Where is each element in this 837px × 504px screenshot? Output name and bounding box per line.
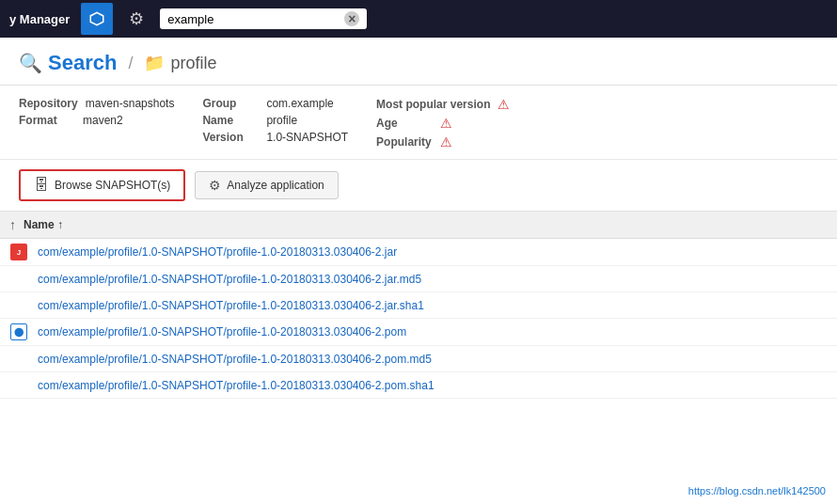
popular-version-label: Most popular version: [376, 98, 490, 111]
home-icon-box[interactable]: [81, 3, 113, 35]
watermark-text: https://blog.csdn.net/lk142500: [688, 485, 826, 496]
info-row-version: Version 1.0-SNAPSHOT: [202, 131, 348, 144]
group-label: Group: [202, 97, 259, 110]
pom-file-icon: ⬤: [9, 323, 28, 340]
repository-label: Repository: [19, 97, 78, 110]
table-header: ↑ Name ↑: [0, 212, 837, 239]
name-column-header: Name ↑: [24, 218, 63, 231]
folder-breadcrumb: 📁 profile: [144, 53, 216, 73]
format-value: maven2: [83, 114, 123, 127]
name-value: profile: [266, 114, 297, 127]
info-section: Repository maven-snapshots Format maven2…: [0, 86, 837, 160]
age-label: Age: [376, 117, 433, 130]
table-row[interactable]: ⬤ com/example/profile/1.0-SNAPSHOT/profi…: [0, 319, 837, 346]
file-path[interactable]: com/example/profile/1.0-SNAPSHOT/profile…: [38, 245, 397, 259]
analyze-gear-icon: ⚙: [209, 178, 221, 193]
info-col-1: Repository maven-snapshots Format maven2: [19, 97, 174, 150]
jar-file-icon: J: [9, 244, 28, 260]
info-col-2: Group com.example Name profile Version 1…: [202, 97, 348, 150]
search-magnifier-icon: 🔍: [19, 52, 42, 74]
watermark: https://blog.csdn.net/lk142500: [688, 485, 826, 496]
settings-icon[interactable]: ⚙: [120, 3, 152, 35]
info-row-format: Format maven2: [19, 114, 174, 127]
version-label: Version: [202, 131, 259, 144]
file-path[interactable]: com/example/profile/1.0-SNAPSHOT/profile…: [38, 379, 434, 392]
popular-version-alert-icon: ⚠: [497, 97, 510, 112]
info-col-3: Most popular version ⚠ Age ⚠ Popularity …: [376, 97, 510, 150]
table-row[interactable]: com/example/profile/1.0-SNAPSHOT/profile…: [0, 346, 837, 372]
info-row-age: Age ⚠: [376, 116, 510, 131]
file-path[interactable]: com/example/profile/1.0-SNAPSHOT/profile…: [38, 299, 424, 312]
table-row[interactable]: com/example/profile/1.0-SNAPSHOT/profile…: [0, 266, 837, 292]
breadcrumb: 🔍 Search / 📁 profile: [0, 38, 837, 86]
buttons-row: 🗄 Browse SNAPSHOT(s) ⚙ Analyze applicati…: [0, 160, 837, 212]
table-row[interactable]: com/example/profile/1.0-SNAPSHOT/profile…: [0, 292, 837, 319]
version-value: 1.0-SNAPSHOT: [266, 131, 348, 144]
folder-name: profile: [170, 54, 216, 73]
breadcrumb-separator: /: [128, 54, 133, 73]
app-title: y Manager: [9, 12, 70, 26]
sort-up-icon[interactable]: ↑: [9, 217, 16, 232]
search-input[interactable]: [167, 12, 339, 26]
file-path[interactable]: com/example/profile/1.0-SNAPSHOT/profile…: [38, 353, 432, 366]
info-row-group: Group com.example: [202, 97, 348, 110]
format-label: Format: [19, 114, 75, 127]
repository-value: maven-snapshots: [86, 97, 175, 110]
topbar: y Manager ⚙ ×: [0, 0, 837, 38]
search-text: Search: [48, 51, 117, 75]
info-row-popular-version: Most popular version ⚠: [376, 97, 510, 112]
browse-label: Browse SNAPSHOT(s): [55, 179, 170, 192]
file-table: ↑ Name ↑ J com/example/profile/1.0-SNAPS…: [0, 212, 837, 399]
age-alert-icon: ⚠: [440, 116, 452, 131]
info-row-popularity: Popularity ⚠: [376, 134, 510, 150]
analyze-application-button[interactable]: ⚙ Analyze application: [195, 171, 338, 199]
info-row-name: Name profile: [202, 114, 348, 127]
group-value: com.example: [266, 97, 333, 110]
browse-snapshots-button[interactable]: 🗄 Browse SNAPSHOT(s): [19, 169, 185, 201]
folder-icon: 📁: [144, 53, 165, 73]
popularity-label: Popularity: [376, 135, 433, 149]
table-row[interactable]: J com/example/profile/1.0-SNAPSHOT/profi…: [0, 239, 837, 266]
clear-search-button[interactable]: ×: [344, 11, 359, 26]
cube-icon: [88, 10, 105, 27]
file-path[interactable]: com/example/profile/1.0-SNAPSHOT/profile…: [38, 273, 421, 286]
popularity-alert-icon: ⚠: [440, 134, 452, 150]
search-bar: ×: [160, 8, 367, 29]
search-heading: 🔍 Search: [19, 51, 117, 75]
info-row-repository: Repository maven-snapshots: [19, 97, 174, 110]
name-label: Name: [202, 114, 259, 127]
file-path[interactable]: com/example/profile/1.0-SNAPSHOT/profile…: [38, 325, 406, 339]
database-icon: 🗄: [34, 177, 49, 194]
table-row[interactable]: com/example/profile/1.0-SNAPSHOT/profile…: [0, 372, 837, 399]
analyze-label: Analyze application: [227, 179, 324, 192]
